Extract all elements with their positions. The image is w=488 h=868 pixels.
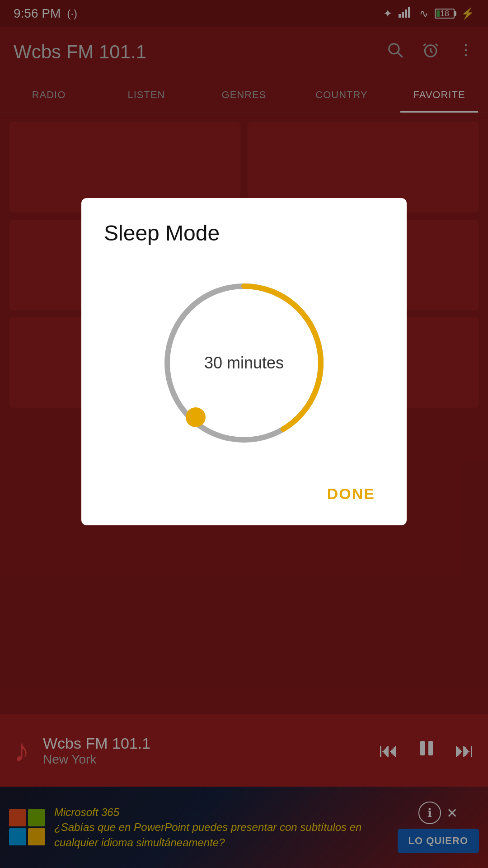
dialog-actions: DONE <box>104 481 384 507</box>
sleep-mode-dialog: Sleep Mode <box>81 198 407 525</box>
timer-container: 30 minutes <box>104 268 384 458</box>
timer-label: 30 minutes <box>204 354 284 373</box>
done-button[interactable]: DONE <box>318 481 384 507</box>
dialog-overlay: Sleep Mode <box>0 0 488 868</box>
dialog-title: Sleep Mode <box>104 221 384 245</box>
timer-handle <box>186 407 206 427</box>
